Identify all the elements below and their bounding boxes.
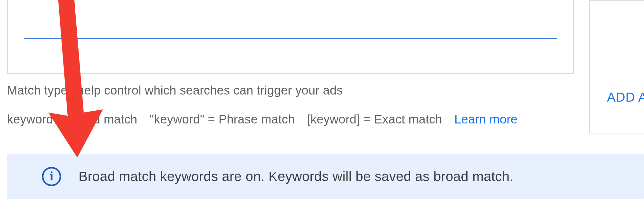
exact-match-example: [keyword] = Exact match [307,113,442,126]
info-banner: i Broad match keywords are on. Keywords … [7,154,644,199]
keyword-input-container[interactable] [7,0,574,74]
info-icon: i [42,167,61,186]
match-types-helper-text: Match types help control which searches … [7,84,343,97]
phrase-match-example: "keyword" = Phrase match [149,113,295,126]
match-types-examples-row: keyword = Broad match "keyword" = Phrase… [7,113,517,126]
input-underline [24,38,557,39]
add-button[interactable]: ADD A [607,90,644,104]
info-banner-text: Broad match keywords are on. Keywords wi… [79,169,514,184]
side-panel [589,0,644,133]
learn-more-link[interactable]: Learn more [454,113,517,126]
broad-match-example: keyword = Broad match [7,113,137,126]
